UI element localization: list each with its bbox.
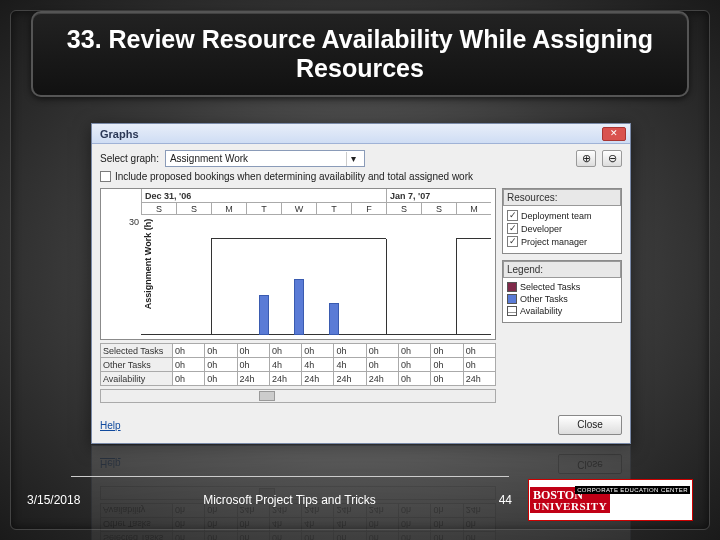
date-group: Dec 31, '06 [141,189,386,202]
legend-label: Other Tasks [520,294,568,304]
table-cell: 0h [431,358,463,372]
table-cell: 0h [366,358,398,372]
legend-swatch [507,282,517,292]
table-cell: 0h [334,532,366,541]
availability-line [386,334,421,335]
resource-checkbox[interactable] [507,223,518,234]
table-row-label: Availability [101,372,173,386]
table-cell: 0h [399,344,431,358]
table-row: Selected Tasks0h0h0h0h0h0h0h0h0h0h [101,532,496,541]
table-cell: 0h [463,344,495,358]
bar-other-tasks [329,303,339,335]
table-cell: 4h [302,358,334,372]
table-row: Other Tasks0h0h0h4h4h4h0h0h0h0h [101,358,496,372]
resources-panel: Resources: Deployment teamDeveloperProje… [502,188,622,254]
table-cell: 0h [173,372,205,386]
bar-other-tasks [259,295,269,335]
table-cell: 0h [205,532,237,541]
zoom-out-button[interactable]: ⊖ [602,150,622,167]
legend-item: Selected Tasks [507,282,617,292]
resource-label: Developer [521,224,562,234]
table-cell: 0h [173,358,205,372]
select-graph-value: Assignment Work [170,153,248,164]
table-cell: 0h [205,372,237,386]
table-row: Availability0h0h24h24h24h24h24h0h0h24h [101,372,496,386]
availability-line [141,334,176,335]
date-group: Jan 7, '07 [386,189,491,202]
y-tick: 30 [129,217,139,227]
include-proposed-checkbox[interactable] [100,171,111,182]
legend-label: Availability [520,306,562,316]
chevron-down-icon: ▾ [346,152,360,166]
resource-label: Project manager [521,237,587,247]
availability-line [176,334,211,335]
availability-line [281,238,316,239]
include-proposed-label: Include proposed bookings when determini… [115,171,473,182]
zoom-out-icon: ⊖ [608,152,617,165]
availability-line [456,238,491,239]
day-header: W [281,202,316,215]
bar-other-tasks [294,279,304,335]
availability-line [211,238,246,239]
availability-line [351,238,386,239]
slide-title-bar: 33. Review Resource Availability While A… [31,11,689,97]
close-button[interactable]: Close [558,415,622,435]
table-cell: 0h [205,344,237,358]
table-row-label: Selected Tasks [101,344,173,358]
legend-swatch [507,294,517,304]
legend-item: —Availability [507,306,617,316]
footer-title: Microsoft Project Tips and Tricks [203,493,376,507]
table-cell: 0h [237,358,269,372]
table-cell: 24h [302,372,334,386]
table-cell: 0h [431,532,463,541]
resource-checkbox[interactable] [507,236,518,247]
resource-item: Developer [507,223,617,234]
table-cell: 0h [302,344,334,358]
table-cell: 0h [431,344,463,358]
table-cell: 0h [269,344,301,358]
resource-checkbox[interactable] [507,210,518,221]
table-row-label: Selected Tasks [101,532,173,541]
horizontal-scrollbar[interactable] [100,389,496,403]
legend-panel: Legend: Selected TasksOther Tasks—Availa… [502,260,622,323]
table-cell: 24h [463,372,495,386]
legend-swatch: — [507,306,517,316]
table-cell: 0h [173,344,205,358]
page-number: 44 [499,493,512,507]
legend-label: Selected Tasks [520,282,580,292]
table-cell: 0h [269,532,301,541]
legend-item: Other Tasks [507,294,617,304]
assignment-work-chart: Assignment Work (h) Dec 31, '06Jan 7, '0… [100,188,496,340]
table-cell: 0h [399,358,431,372]
table-cell: 0h [366,532,398,541]
table-cell: 0h [431,372,463,386]
availability-line [246,238,281,239]
table-cell: 0h [463,532,495,541]
day-header: S [176,202,211,215]
table-cell: 0h [463,358,495,372]
help-link[interactable]: Help [100,459,121,470]
table-cell: 0h [237,344,269,358]
zoom-in-button[interactable]: ⊕ [576,150,596,167]
table-cell: 24h [334,372,366,386]
close-button[interactable]: Close [558,454,622,474]
day-header: S [141,202,176,215]
footer-date: 3/15/2018 [27,493,80,507]
availability-line [316,238,351,239]
select-graph-dropdown[interactable]: Assignment Work ▾ [165,150,365,167]
zoom-in-icon: ⊕ [582,152,591,165]
availability-line [421,334,456,335]
help-link[interactable]: Help [100,420,121,431]
table-cell: 24h [366,372,398,386]
resource-item: Deployment team [507,210,617,221]
day-header: S [386,202,421,215]
table-cell: 0h [399,372,431,386]
day-header: S [421,202,456,215]
table-row: Selected Tasks0h0h0h0h0h0h0h0h0h0h [101,344,496,358]
day-header: M [211,202,246,215]
table-cell: 0h [366,344,398,358]
dialog-title-bar: Graphs ✕ [92,124,630,144]
close-icon[interactable]: ✕ [602,127,626,141]
table-cell: 0h [399,532,431,541]
table-cell: 0h [205,358,237,372]
